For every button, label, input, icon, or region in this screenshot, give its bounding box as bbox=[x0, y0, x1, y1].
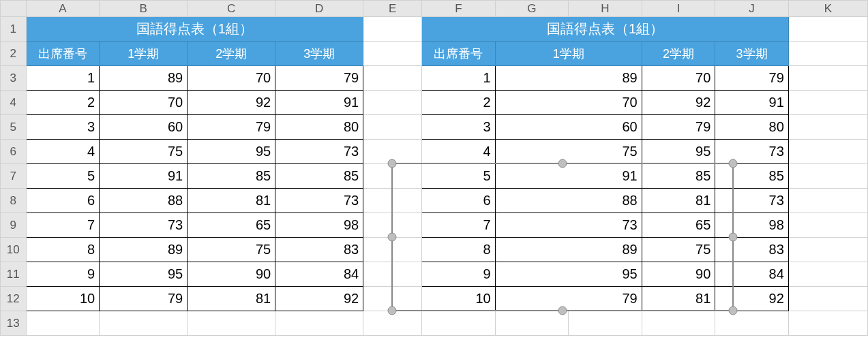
column-header-G[interactable]: G bbox=[495, 1, 569, 17]
table2-cell-r10-c1[interactable]: 79 bbox=[495, 287, 642, 311]
table2-cell-r8-c2[interactable]: 75 bbox=[642, 238, 715, 262]
table2-cell-r4-c1[interactable]: 75 bbox=[495, 140, 642, 164]
table2-cell-r1-c3[interactable]: 79 bbox=[715, 66, 789, 91]
table2-cell-r9-c0[interactable]: 9 bbox=[422, 262, 496, 287]
table2-cell-r2-c1[interactable]: 70 bbox=[495, 91, 642, 115]
cell-K6[interactable] bbox=[788, 140, 867, 164]
cell-J13[interactable] bbox=[715, 311, 789, 336]
cell-G13[interactable] bbox=[495, 311, 569, 336]
column-header-K[interactable]: K bbox=[788, 1, 867, 17]
table2-header-1[interactable]: 1学期 bbox=[495, 42, 642, 66]
cell-K5[interactable] bbox=[788, 115, 867, 140]
table1-cell-r2-c2[interactable]: 92 bbox=[188, 91, 275, 115]
table2-cell-r9-c2[interactable]: 90 bbox=[642, 262, 715, 287]
table2-cell-r9-c3[interactable]: 84 bbox=[715, 262, 789, 287]
cell-K2[interactable] bbox=[788, 42, 867, 66]
cell-K9[interactable] bbox=[788, 213, 867, 238]
cell-E6[interactable] bbox=[363, 140, 422, 164]
table1-cell-r3-c0[interactable]: 3 bbox=[26, 115, 100, 140]
row-header-7[interactable]: 7 bbox=[1, 164, 27, 189]
cell-E10[interactable] bbox=[363, 238, 422, 262]
row-header-12[interactable]: 12 bbox=[1, 287, 27, 311]
table2-cell-r5-c2[interactable]: 85 bbox=[642, 164, 715, 189]
cell-A13[interactable] bbox=[26, 311, 100, 336]
column-header-A[interactable]: A bbox=[26, 1, 100, 17]
table1-cell-r10-c3[interactable]: 92 bbox=[275, 287, 363, 311]
table2-cell-r3-c1[interactable]: 60 bbox=[495, 115, 642, 140]
table2-cell-r6-c3[interactable]: 73 bbox=[715, 189, 789, 213]
cell-E5[interactable] bbox=[363, 115, 422, 140]
table2-cell-r8-c1[interactable]: 89 bbox=[495, 238, 642, 262]
table1-cell-r6-c2[interactable]: 81 bbox=[188, 189, 275, 213]
column-header-D[interactable]: D bbox=[275, 1, 363, 17]
table1-cell-r8-c2[interactable]: 75 bbox=[188, 238, 275, 262]
cell-E3[interactable] bbox=[363, 66, 422, 91]
row-header-6[interactable]: 6 bbox=[1, 140, 27, 164]
table2-title[interactable]: 国語得点表（1組） bbox=[422, 17, 789, 42]
column-header-J[interactable]: J bbox=[715, 1, 789, 17]
table2-cell-r3-c3[interactable]: 80 bbox=[715, 115, 789, 140]
table1-header-1[interactable]: 1学期 bbox=[100, 42, 188, 66]
table1-cell-r10-c1[interactable]: 79 bbox=[100, 287, 188, 311]
table2-cell-r1-c2[interactable]: 70 bbox=[642, 66, 715, 91]
table1-cell-r1-c1[interactable]: 89 bbox=[100, 66, 188, 91]
table1-cell-r5-c2[interactable]: 85 bbox=[188, 164, 275, 189]
row-header-8[interactable]: 8 bbox=[1, 189, 27, 213]
table1-cell-r2-c0[interactable]: 2 bbox=[26, 91, 100, 115]
table1-cell-r10-c0[interactable]: 10 bbox=[26, 287, 100, 311]
table2-cell-r2-c3[interactable]: 91 bbox=[715, 91, 789, 115]
table2-header-0[interactable]: 出席番号 bbox=[422, 42, 496, 66]
cell-D13[interactable] bbox=[275, 311, 363, 336]
table1-header-2[interactable]: 2学期 bbox=[188, 42, 275, 66]
table2-header-2[interactable]: 2学期 bbox=[642, 42, 715, 66]
table1-cell-r8-c3[interactable]: 83 bbox=[275, 238, 363, 262]
table2-cell-r3-c2[interactable]: 79 bbox=[642, 115, 715, 140]
table1-cell-r5-c0[interactable]: 5 bbox=[26, 164, 100, 189]
table1-cell-r7-c1[interactable]: 73 bbox=[100, 213, 188, 238]
cell-K7[interactable] bbox=[788, 164, 867, 189]
table2-cell-r10-c3[interactable]: 92 bbox=[715, 287, 789, 311]
table1-cell-r4-c2[interactable]: 95 bbox=[188, 140, 275, 164]
cell-K1[interactable] bbox=[788, 17, 867, 42]
table2-cell-r7-c1[interactable]: 73 bbox=[495, 213, 642, 238]
table1-cell-r1-c3[interactable]: 79 bbox=[275, 66, 363, 91]
table2-cell-r9-c1[interactable]: 95 bbox=[495, 262, 642, 287]
select-all-corner[interactable] bbox=[1, 1, 27, 17]
table2-cell-r6-c2[interactable]: 81 bbox=[642, 189, 715, 213]
cell-E8[interactable] bbox=[363, 189, 422, 213]
table1-cell-r4-c3[interactable]: 73 bbox=[275, 140, 363, 164]
column-header-E[interactable]: E bbox=[363, 1, 422, 17]
table1-title[interactable]: 国語得点表（1組） bbox=[26, 17, 363, 42]
table1-cell-r5-c1[interactable]: 91 bbox=[100, 164, 188, 189]
table2-cell-r7-c3[interactable]: 98 bbox=[715, 213, 789, 238]
cell-K13[interactable] bbox=[788, 311, 867, 336]
table1-header-3[interactable]: 3学期 bbox=[275, 42, 363, 66]
spreadsheet-grid[interactable]: ABCDEFGHIJK1国語得点表（1組）国語得点表（1組）2出席番号1学期2学… bbox=[0, 0, 868, 336]
cell-C13[interactable] bbox=[188, 311, 275, 336]
table2-cell-r7-c2[interactable]: 65 bbox=[642, 213, 715, 238]
table1-cell-r6-c3[interactable]: 73 bbox=[275, 189, 363, 213]
table2-cell-r5-c0[interactable]: 5 bbox=[422, 164, 496, 189]
cell-K12[interactable] bbox=[788, 287, 867, 311]
row-header-1[interactable]: 1 bbox=[1, 17, 27, 42]
table2-cell-r8-c3[interactable]: 83 bbox=[715, 238, 789, 262]
cell-E4[interactable] bbox=[363, 91, 422, 115]
table1-header-0[interactable]: 出席番号 bbox=[26, 42, 100, 66]
table1-cell-r7-c0[interactable]: 7 bbox=[26, 213, 100, 238]
table1-cell-r3-c3[interactable]: 80 bbox=[275, 115, 363, 140]
table1-cell-r9-c0[interactable]: 9 bbox=[26, 262, 100, 287]
cell-E13[interactable] bbox=[363, 311, 422, 336]
table1-cell-r1-c2[interactable]: 70 bbox=[188, 66, 275, 91]
table1-cell-r6-c1[interactable]: 88 bbox=[100, 189, 188, 213]
table2-cell-r10-c0[interactable]: 10 bbox=[422, 287, 496, 311]
table1-cell-r8-c0[interactable]: 8 bbox=[26, 238, 100, 262]
table2-header-3[interactable]: 3学期 bbox=[715, 42, 789, 66]
cell-E11[interactable] bbox=[363, 262, 422, 287]
table1-cell-r2-c3[interactable]: 91 bbox=[275, 91, 363, 115]
cell-K10[interactable] bbox=[788, 238, 867, 262]
cell-I13[interactable] bbox=[642, 311, 715, 336]
row-header-4[interactable]: 4 bbox=[1, 91, 27, 115]
table1-cell-r5-c3[interactable]: 85 bbox=[275, 164, 363, 189]
cell-E9[interactable] bbox=[363, 213, 422, 238]
column-header-C[interactable]: C bbox=[188, 1, 275, 17]
